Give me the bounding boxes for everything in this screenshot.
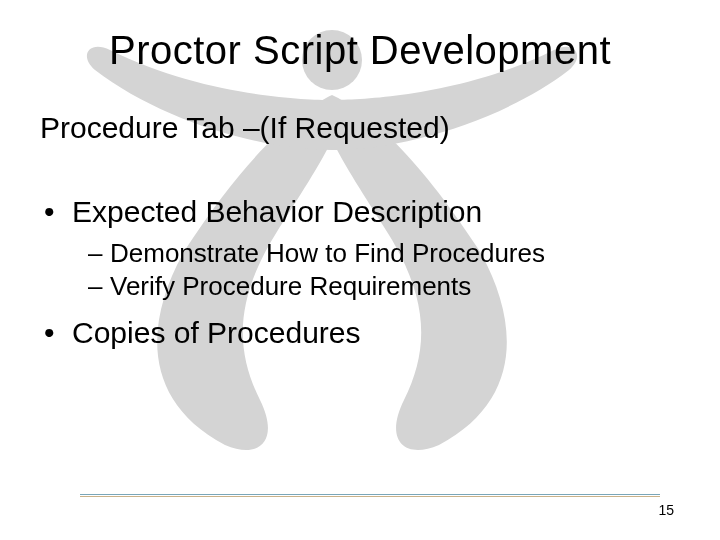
slide-subtitle: Procedure Tab –(If Requested)	[40, 111, 680, 145]
bullet-level1: •Copies of Procedures	[44, 316, 680, 350]
bullet-text: Copies of Procedures	[72, 316, 361, 349]
bullet-text: Expected Behavior Description	[72, 195, 482, 228]
bullet-level1: •Expected Behavior Description	[44, 195, 680, 229]
bullet-level2: –Verify Procedure Requirements	[88, 270, 680, 303]
footer-divider	[80, 494, 660, 496]
slide-title: Proctor Script Development	[40, 28, 680, 73]
page-number: 15	[658, 502, 674, 518]
bullet-text: Verify Procedure Requirements	[110, 271, 471, 301]
bullet-level2: –Demonstrate How to Find Procedures	[88, 237, 680, 270]
bullet-text: Demonstrate How to Find Procedures	[110, 238, 545, 268]
